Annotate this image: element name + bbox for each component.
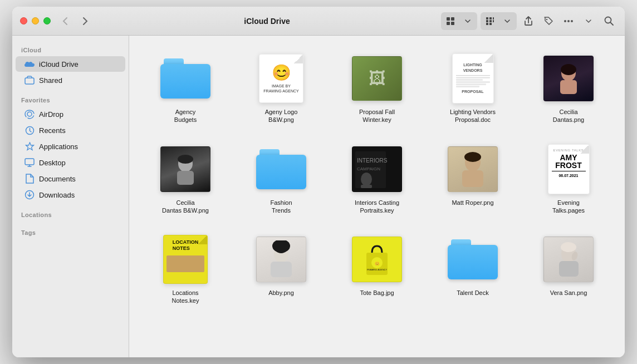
- svg-rect-39: [271, 262, 292, 277]
- agency-logo-label: Ageny LogoB&W.png: [265, 108, 298, 124]
- maximize-button[interactable]: [43, 17, 51, 24]
- sidebar-item-airdrop[interactable]: AirDrop: [16, 106, 125, 122]
- search-button[interactable]: [600, 13, 617, 29]
- search-options-button[interactable]: [580, 13, 597, 29]
- grid-view-button[interactable]: [442, 13, 459, 29]
- recents-label: Recents: [39, 126, 66, 135]
- proposal-fall-thumb: 🖼: [349, 53, 405, 104]
- sidebar-item-shared[interactable]: Shared: [16, 72, 125, 88]
- sidebar-item-documents[interactable]: Documents: [16, 171, 125, 186]
- file-item-interiors[interactable]: INTERIORS CAMPAIGN Interiors CastingPort…: [332, 140, 422, 219]
- svg-point-12: [546, 18, 547, 19]
- close-button[interactable]: [20, 17, 27, 24]
- svg-rect-24: [560, 80, 577, 94]
- file-item-cecilia-png[interactable]: CeciliaDantas.png: [523, 49, 614, 129]
- agency-logo-thumb: 😊 IMAGE BYFRAMING AGENCY: [253, 53, 309, 104]
- svg-text:CAMPAIGN: CAMPAIGN: [357, 166, 380, 171]
- svg-point-33: [361, 173, 372, 186]
- matt-roper-label: Matt Roper.png: [452, 199, 493, 206]
- organize-options-button[interactable]: [499, 13, 516, 29]
- toolbar-right: [441, 12, 617, 30]
- file-item-fashion-trends[interactable]: FashionTrends: [236, 140, 326, 219]
- svg-rect-27: [177, 171, 194, 185]
- svg-rect-2: [447, 22, 450, 25]
- applications-icon: [24, 141, 35, 151]
- file-browser-content: AgencyBudgets 😊 IMAGE BYFRAMING AGENCY A…: [129, 36, 625, 357]
- more-options-button[interactable]: [560, 13, 577, 29]
- svg-text:INTERIORS: INTERIORS: [357, 158, 388, 164]
- cecilia-png-label: CeciliaDantas.png: [553, 108, 584, 124]
- sidebar-section-locations: Locations: [12, 207, 129, 220]
- svg-point-48: [561, 242, 576, 252]
- sidebar-item-icloud-drive[interactable]: iCloud Drive: [16, 56, 125, 72]
- sidebar-item-desktop[interactable]: Desktop: [16, 155, 125, 170]
- file-item-matt-roper[interactable]: Matt Roper.png: [428, 140, 518, 219]
- file-grid: AgencyBudgets 😊 IMAGE BYFRAMING AGENCY A…: [140, 49, 614, 309]
- file-item-vera-san[interactable]: Vera San.png: [523, 230, 614, 309]
- file-item-evening-talks[interactable]: EVENING TALKS AMYFROST 06.07.2021 Evenin…: [523, 140, 614, 219]
- cecilia-bw-thumb: [158, 144, 213, 194]
- traffic-lights: [20, 17, 51, 24]
- svg-rect-21: [25, 159, 34, 165]
- file-item-agency-budgets[interactable]: AgencyBudgets: [140, 49, 231, 129]
- downloads-icon: [24, 190, 35, 200]
- svg-point-37: [464, 152, 481, 162]
- applications-label: Applications: [39, 142, 78, 151]
- svg-rect-0: [447, 17, 450, 21]
- sidebar-item-recents[interactable]: Recents: [16, 122, 125, 138]
- svg-point-13: [564, 20, 566, 22]
- agency-budgets-thumb: [158, 53, 213, 104]
- file-item-agency-logo[interactable]: 😊 IMAGE BYFRAMING AGENCY Ageny LogoB&W.p…: [236, 49, 326, 129]
- location-notes-label: LocationsNotes.key: [172, 289, 199, 305]
- location-notes-thumb: LOCATIONNOTES: [158, 234, 213, 284]
- interiors-label: Interiors CastingPortraits.key: [355, 199, 399, 215]
- agency-budgets-label: AgencyBudgets: [174, 108, 197, 124]
- file-item-cecilia-bw[interactable]: CeciliaDantas B&W.png: [140, 140, 231, 219]
- cecilia-png-thumb: [541, 53, 596, 104]
- file-item-proposal-fall[interactable]: 🖼 Proposal FallWinter.key: [332, 49, 422, 129]
- tote-bag-thumb: 😊 FRAMING AGENCY: [349, 234, 405, 284]
- abby-label: Abby.png: [268, 289, 294, 297]
- view-options-button[interactable]: [459, 13, 476, 29]
- sidebar-item-downloads[interactable]: Downloads: [16, 187, 125, 203]
- svg-rect-7: [489, 17, 492, 19]
- lighting-vendors-label: Lighting VendorsProposal.doc: [450, 108, 496, 124]
- tag-button[interactable]: [540, 13, 557, 29]
- evening-talks-thumb: EVENING TALKS AMYFROST 06.07.2021: [541, 144, 596, 194]
- desktop-label: Desktop: [39, 159, 66, 167]
- airdrop-label: AirDrop: [39, 110, 63, 119]
- view-toggle: [441, 12, 477, 30]
- back-button[interactable]: [57, 13, 73, 29]
- finder-window: iCloud Drive: [12, 7, 625, 357]
- window-title: iCloud Drive: [131, 17, 403, 26]
- forward-button[interactable]: [77, 13, 93, 29]
- svg-rect-3: [451, 22, 454, 25]
- shared-icon: [24, 75, 35, 85]
- svg-rect-6: [486, 23, 488, 25]
- svg-rect-1: [451, 17, 454, 21]
- file-item-abby[interactable]: Abby.png: [236, 230, 326, 309]
- svg-point-15: [571, 20, 573, 22]
- svg-line-17: [610, 22, 613, 25]
- talent-deck-thumb: [445, 234, 501, 284]
- share-button[interactable]: [520, 13, 537, 29]
- svg-rect-18: [25, 78, 34, 84]
- minimize-button[interactable]: [32, 17, 39, 24]
- file-item-tote-bag[interactable]: 😊 FRAMING AGENCY Tote Bag.jpg: [332, 230, 422, 309]
- talent-deck-label: Talent Deck: [457, 289, 488, 297]
- organize-button[interactable]: [482, 13, 498, 29]
- recents-icon: [24, 125, 35, 135]
- svg-rect-10: [493, 17, 494, 19]
- sidebar-section-favorites: Favorites: [12, 92, 129, 106]
- titlebar: iCloud Drive: [12, 7, 625, 36]
- sidebar-item-applications[interactable]: Applications: [16, 139, 125, 154]
- svg-point-28: [178, 155, 193, 164]
- matt-roper-thumb: [445, 144, 501, 194]
- vera-san-label: Vera San.png: [550, 289, 587, 297]
- downloads-label: Downloads: [39, 191, 75, 199]
- desktop-icon: [24, 158, 35, 168]
- file-item-lighting-vendors[interactable]: LIGHTINGVENDORS PROPOSAL Lighting: [428, 49, 518, 129]
- file-item-location-notes[interactable]: LOCATIONNOTES LocationsNotes.key: [140, 230, 231, 309]
- svg-rect-9: [489, 23, 492, 25]
- file-item-talent-deck[interactable]: Talent Deck: [428, 230, 518, 309]
